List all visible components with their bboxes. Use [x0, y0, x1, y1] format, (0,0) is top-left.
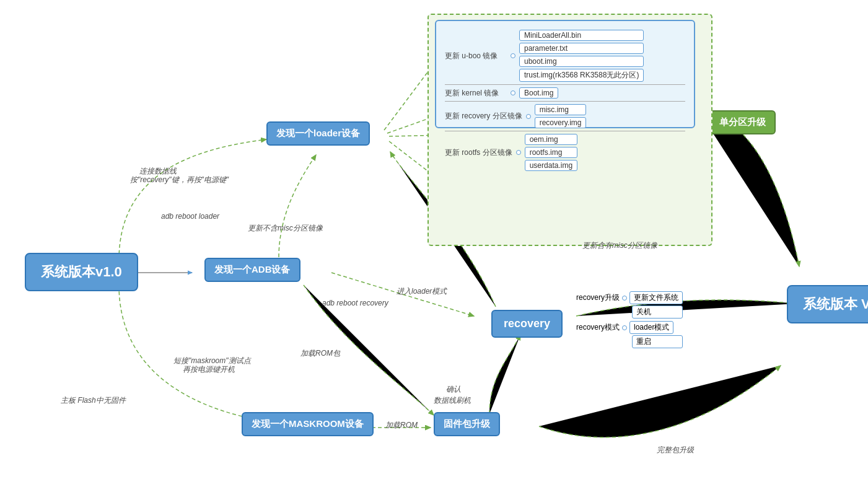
label-update-no-misc: 更新不含misc分区镜像 — [248, 223, 323, 234]
file-userdata: userdata.img — [525, 160, 577, 171]
recovery-menu-panel: recovery升级 更新文件系统 关机 recovery模式 loader模式… — [576, 291, 683, 348]
label-enter-loader: 进入loader模式 — [397, 286, 447, 297]
loader-device-label: 发现一个loader设备 — [276, 128, 360, 138]
recovery-mode-dot — [622, 325, 627, 330]
recovery-mode-row: recovery模式 loader模式 — [576, 321, 683, 334]
adb-device-node: 发现一个ADB设备 — [204, 258, 300, 282]
file-miniloader: MiniLoaderAll.bin — [519, 30, 644, 41]
maskroom-device-label: 发现一个MASKROOM设备 — [252, 418, 364, 429]
uboot-dot — [511, 53, 515, 58]
label-load-rom: 加载ROM包 — [300, 348, 340, 359]
label-press-power: 再按电源键开机 — [183, 364, 235, 375]
single-partition-node: 单分区升级 — [709, 110, 776, 134]
uboot-panel: 更新 u-boo 镜像 MiniLoaderAll.bin parameter.… — [435, 20, 695, 128]
label-adb-reboot-recovery: adb reboot recovery — [322, 299, 388, 307]
file-recovery-img: recovery.img — [535, 117, 587, 128]
label-data-flash: 数据线刷机 — [434, 395, 471, 406]
system-v1-node: 系统版本v1.0 — [25, 253, 138, 291]
recovery-node: recovery — [491, 310, 563, 338]
rootfs-label: 更新 rootfs 分区镜像 — [445, 147, 512, 158]
file-oem: oem.img — [525, 134, 577, 145]
recovery-upgrade-label: recovery升级 — [576, 292, 620, 303]
label-complete-upgrade: 完整包升级 — [657, 445, 694, 455]
recovery-mode-label: recovery模式 — [576, 322, 620, 333]
label-load-rom2: 加载ROM — [385, 420, 418, 431]
outer-panel: 更新 u-boo 镜像 MiniLoaderAll.bin parameter.… — [427, 14, 712, 246]
recovery-upgrade-row: recovery升级 更新文件系统 — [576, 291, 683, 304]
adb-device-label: 发现一个ADB设备 — [214, 264, 291, 275]
file-misc: misc.img — [535, 104, 587, 115]
kernel-row: 更新 kernel 镜像 Boot.img — [445, 87, 685, 99]
loader-mode-label: loader模式 — [629, 321, 673, 334]
system-v11-node: 系统版本 V1.1 — [787, 285, 868, 323]
label-no-firmware: 主板 Flash中无固件 — [61, 395, 126, 406]
rootfs-row: 更新 rootfs 分区镜像 oem.img rootfs.img userda… — [445, 134, 685, 171]
single-partition-label: 单分区升级 — [719, 116, 766, 127]
file-boot: Boot.img — [519, 87, 558, 99]
file-trust: trust.img(rk3568 RK3588无此分区) — [519, 69, 644, 82]
kernel-dot — [511, 90, 515, 95]
label-confirm: 确认 — [446, 384, 461, 395]
label-press-recovery: 按"recovery"键，再按"电源键" — [130, 175, 229, 185]
shutdown-label: 关机 — [632, 305, 683, 319]
recovery-partition-row: 更新 recovery 分区镜像 misc.img recovery.img — [445, 104, 685, 128]
system-v11-label: 系统版本 V1.1 — [803, 296, 868, 312]
recovery-upgrade-dot — [622, 296, 627, 301]
recovery-label: recovery — [504, 317, 550, 330]
kernel-label: 更新 kernel 镜像 — [445, 88, 507, 99]
system-v1-label: 系统版本v1.0 — [41, 264, 122, 279]
file-uboot: uboot.img — [519, 56, 644, 67]
label-update-with-misc: 更新含有misc分区镜像 — [582, 240, 657, 251]
label-adb-reboot-loader: adb reboot loader — [161, 212, 219, 221]
update-filesystem-label: 更新文件系统 — [629, 291, 683, 304]
loader-device-node: 发现一个loader设备 — [266, 121, 370, 146]
file-parameter: parameter.txt — [519, 43, 644, 54]
rootfs-dot — [516, 150, 521, 155]
firmware-upgrade-label: 固件包升级 — [444, 418, 490, 429]
maskroom-device-node: 发现一个MASKROOM设备 — [242, 412, 374, 436]
file-rootfs: rootfs.img — [525, 147, 577, 158]
firmware-upgrade-node: 固件包升级 — [434, 412, 500, 436]
uboot-label: 更新 u-boo 镜像 — [445, 51, 507, 61]
recovery-partition-label: 更新 recovery 分区镜像 — [445, 111, 522, 121]
recovery-part-dot — [526, 114, 531, 119]
uboot-row-label: 更新 u-boo 镜像 MiniLoaderAll.bin parameter.… — [445, 30, 685, 82]
reboot-label: 重启 — [632, 335, 683, 348]
